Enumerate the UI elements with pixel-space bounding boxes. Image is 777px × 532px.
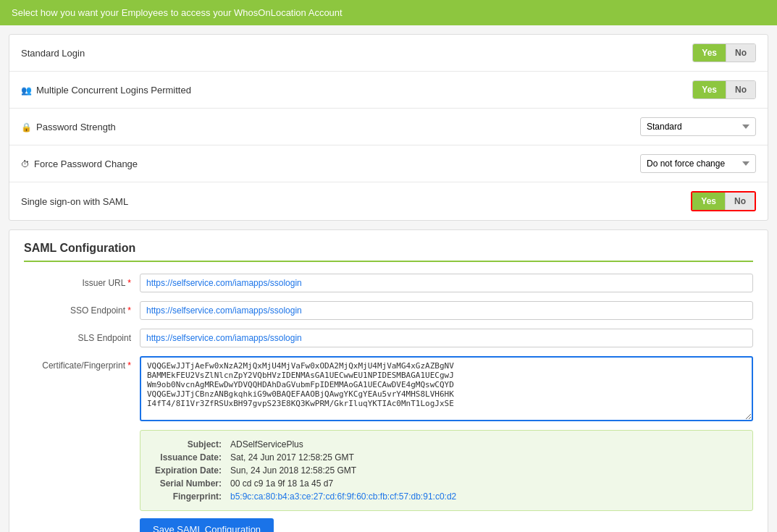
concurrent-logins-label: Multiple Concurrent Logins Permitted — [36, 85, 191, 96]
sso-endpoint-input[interactable] — [140, 301, 753, 320]
sls-endpoint-row: SLS Endpoint — [24, 329, 753, 347]
concurrent-logins-yes[interactable]: Yes — [693, 81, 726, 98]
cert-textarea[interactable]: VQQGEwJJTjAeFw0xNzA2MjQxMjU4MjVaFw0xODA2… — [140, 356, 753, 421]
settings-table: Standard Login Yes No Multiple Concurren… — [9, 35, 768, 220]
cert-subject-label: Subject: — [152, 438, 227, 451]
saml-sso-no[interactable]: No — [725, 193, 755, 210]
password-strength-select[interactable]: Standard Strong Very Strong — [640, 117, 756, 136]
standard-login-yes[interactable]: Yes — [693, 44, 726, 62]
saml-config-section: SAML Configuration Issuer URL * SSO Endp… — [9, 229, 768, 532]
cert-serial-label: Serial Number: — [152, 477, 227, 490]
force-password-row: Force Password Change Do not force chang… — [9, 145, 768, 182]
lock-icon — [21, 122, 32, 132]
cert-expiration-label: Expiration Date: — [152, 464, 227, 477]
cert-info-box: Subject: ADSelfServicePlus Issuance Date… — [140, 430, 753, 511]
cert-fingerprint-label: Fingerprint: — [152, 490, 227, 503]
cert-issuance-label: Issuance Date: — [152, 451, 227, 464]
settings-card: Standard Login Yes No Multiple Concurren… — [9, 34, 768, 221]
cert-fingerprint-value: b5:9c:ca:80:b4:a3:ce:27:cd:6f:9f:60:cb:f… — [227, 490, 459, 503]
saml-sso-row: Single sign-on with SAML Yes No — [9, 182, 768, 221]
issuer-url-row: Issuer URL * — [24, 274, 753, 292]
saml-sso-yes[interactable]: Yes — [692, 193, 725, 210]
saml-sso-label: Single sign-on with SAML — [21, 196, 128, 207]
cert-label: Certificate/Fingerprint * — [42, 360, 131, 371]
clock-icon — [21, 159, 30, 169]
top-banner: Select how you want your Employees to ac… — [0, 0, 777, 25]
sls-endpoint-input[interactable] — [140, 329, 753, 347]
password-strength-label: Password Strength — [36, 122, 116, 132]
concurrent-logins-toggle: Yes No — [692, 80, 756, 99]
banner-text: Select how you want your Employees to ac… — [12, 7, 343, 18]
cert-issuance-value: Sat, 24 Jun 2017 12:58:25 GMT — [227, 451, 459, 464]
saml-config-title: SAML Configuration — [24, 242, 753, 262]
standard-login-toggle: Yes No — [692, 43, 756, 62]
cert-serial-value: 00 cd c9 1a 9f 18 1a 45 d7 — [227, 477, 459, 490]
save-saml-button[interactable]: Save SAML Configuration — [140, 518, 274, 532]
sso-endpoint-label: SSO Endpoint * — [70, 305, 131, 316]
force-password-label: Force Password Change — [34, 159, 138, 169]
users-icon — [21, 85, 32, 96]
standard-login-row: Standard Login Yes No — [9, 35, 768, 72]
saml-sso-toggle: Yes No — [691, 191, 756, 211]
sls-endpoint-label: SLS Endpoint — [78, 333, 131, 343]
concurrent-logins-row: Multiple Concurrent Logins Permitted Yes… — [9, 72, 768, 109]
concurrent-logins-no[interactable]: No — [726, 81, 755, 98]
force-password-select[interactable]: Do not force change 30 days 60 days 90 d… — [640, 154, 756, 173]
cert-row: Certificate/Fingerprint * VQQGEwJJTjAeFw… — [24, 356, 753, 421]
issuer-url-input[interactable] — [140, 274, 753, 292]
cert-subject-value: ADSelfServicePlus — [227, 438, 459, 451]
issuer-url-label: Issuer URL * — [82, 278, 131, 288]
password-strength-row: Password Strength Standard Strong Very S… — [9, 109, 768, 145]
cert-expiration-value: Sun, 24 Jun 2018 12:58:25 GMT — [227, 464, 459, 477]
sso-endpoint-row: SSO Endpoint * — [24, 301, 753, 320]
standard-login-label: Standard Login — [21, 48, 85, 59]
standard-login-no[interactable]: No — [726, 44, 755, 62]
